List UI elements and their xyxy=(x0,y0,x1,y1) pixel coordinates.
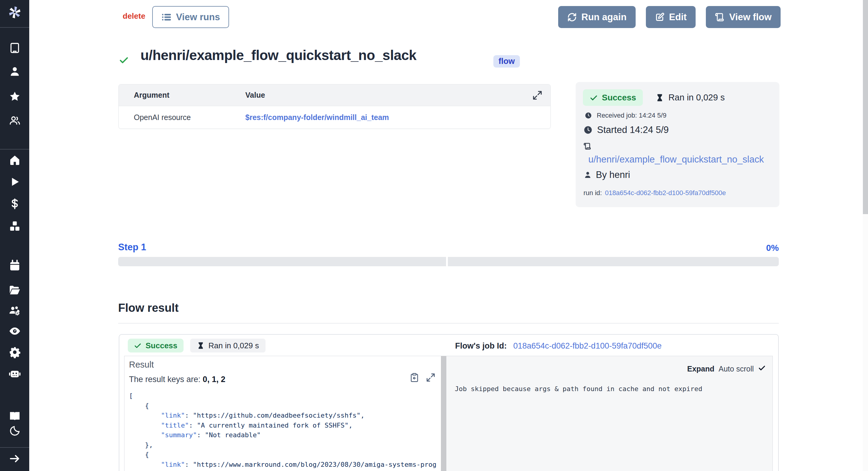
calendar-icon xyxy=(9,260,21,272)
sidebar-item-audit-logs[interactable] xyxy=(0,325,29,337)
result-title: Result xyxy=(129,360,154,370)
flow-job-id-link[interactable]: 018a654c-d062-fbb2-d100-59fa70df500e xyxy=(513,341,661,350)
page-scrollbar[interactable] xyxy=(863,0,868,471)
result-keys-line: The result keys are: 0, 1, 2 xyxy=(129,375,225,384)
eye-icon xyxy=(9,325,21,337)
flow-path-link[interactable]: u/henri/example_flow_quickstart_no_slack xyxy=(588,154,764,165)
windmill-logo-icon[interactable] xyxy=(0,5,29,20)
home-icon xyxy=(9,154,21,166)
expand-result-button[interactable] xyxy=(426,373,435,383)
sidebar-item-docs[interactable] xyxy=(0,410,29,422)
sidebar-item-favorites[interactable] xyxy=(0,90,29,102)
folder-open-icon xyxy=(9,284,21,296)
log-expand-button[interactable]: Expand xyxy=(687,364,714,373)
clock-icon xyxy=(584,125,592,135)
star-icon xyxy=(9,90,21,102)
result-log-split: Result The result keys are: 0, 1, 2 [ { … xyxy=(124,356,773,471)
log-pane: Expand Auto scroll Job skipped because a… xyxy=(446,356,772,471)
sidebar-item-resources[interactable] xyxy=(0,220,29,232)
sidebar-item-theme-toggle[interactable] xyxy=(0,425,29,437)
result-pane-scrollbar[interactable] xyxy=(441,356,446,471)
flow-path-icon-line xyxy=(584,142,591,150)
flow-job-id-label: Flow's job Id: xyxy=(455,341,507,350)
result-keys: 0, 1, 2 xyxy=(203,375,225,384)
argument-value-link[interactable]: $res:f/company-folder/windmill_ai_team xyxy=(245,113,389,122)
sidebar-item-folders[interactable] xyxy=(0,284,29,296)
refresh-icon xyxy=(567,12,577,22)
hourglass-icon xyxy=(655,93,664,102)
dollar-icon xyxy=(9,198,21,210)
edit-icon xyxy=(655,12,664,22)
users-gear-icon xyxy=(9,305,21,317)
progress-bar-segment xyxy=(448,257,779,266)
book-open-icon xyxy=(9,410,21,422)
edit-button[interactable]: Edit xyxy=(646,6,696,28)
autoscroll-label: Auto scroll xyxy=(718,364,754,373)
robot-icon xyxy=(9,367,21,379)
copy-result-button[interactable] xyxy=(410,373,419,383)
column-header-value: Value xyxy=(245,91,265,99)
user-icon xyxy=(584,171,592,179)
view-runs-label: View runs xyxy=(176,12,220,23)
sidebar-item-settings[interactable] xyxy=(0,346,29,358)
page-title: u/henri/example_flow_quickstart_no_slack xyxy=(141,47,416,63)
expand-table-button[interactable] xyxy=(532,90,542,101)
user-icon xyxy=(9,65,21,78)
sidebar-item-user[interactable] xyxy=(0,65,29,78)
arguments-table-header: Argument Value xyxy=(119,84,550,106)
status-badge: Success xyxy=(128,338,184,353)
boxes-icon xyxy=(9,220,21,232)
run-again-button[interactable]: Run again xyxy=(558,6,636,28)
run-id-link[interactable]: 018a654c-d062-fbb2-d100-59fa70df500e xyxy=(605,189,726,197)
view-runs-button[interactable]: View runs xyxy=(152,6,229,28)
table-row: OpenAI resource $res:f/company-folder/wi… xyxy=(119,106,550,128)
sidebar-divider xyxy=(0,27,29,28)
expand-arrows-icon xyxy=(426,373,435,382)
section-divider xyxy=(118,323,779,324)
sidebar-item-groups[interactable] xyxy=(0,115,29,127)
sidebar-item-variables[interactable] xyxy=(0,198,29,210)
run-author-line: By henri xyxy=(584,170,630,180)
sidebar xyxy=(0,0,29,471)
edit-label: Edit xyxy=(669,12,687,23)
top-actions: Run again Edit View flow xyxy=(558,6,781,28)
flow-result-card: Success Ran in 0,029 s Flow's job Id: 01… xyxy=(119,334,779,471)
sidebar-item-workers[interactable] xyxy=(0,305,29,317)
started-line: Started 14:24 5/9 xyxy=(584,124,669,136)
play-icon xyxy=(9,176,21,188)
sidebar-divider xyxy=(0,447,29,448)
flow-job-id-line: Flow's job Id: 018a654c-d062-fbb2-d100-5… xyxy=(455,341,661,351)
scroll-icon xyxy=(584,142,591,150)
run-info-panel: Success Ran in 0,029 s Received job: 14:… xyxy=(576,82,779,207)
step-label[interactable]: Step 1 xyxy=(118,242,146,253)
expand-arrows-icon xyxy=(532,90,542,100)
view-flow-button[interactable]: View flow xyxy=(706,6,781,28)
sidebar-item-runs[interactable] xyxy=(0,176,29,188)
sidebar-item-schedules[interactable] xyxy=(0,260,29,272)
flow-result-heading: Flow result xyxy=(118,301,179,315)
step-percent: 0% xyxy=(764,243,779,253)
scrollbar-thumb[interactable] xyxy=(863,0,868,214)
scroll-icon xyxy=(715,12,724,22)
received-job-line: Received job: 14:24 5/9 xyxy=(585,112,666,119)
users-icon xyxy=(9,115,21,127)
result-json-viewer[interactable]: [ { "link": "https://github.com/deadbeef… xyxy=(129,391,436,471)
sidebar-item-ai[interactable] xyxy=(0,367,29,379)
flow-badge: flow xyxy=(493,55,520,67)
sidebar-item-expand[interactable] xyxy=(0,452,29,465)
clock-icon xyxy=(585,112,592,119)
check-icon xyxy=(590,93,598,102)
kiosk-icon xyxy=(9,42,21,54)
progress-bar-segment xyxy=(118,257,446,266)
result-pane: Result The result keys are: 0, 1, 2 [ { … xyxy=(124,356,441,471)
autoscroll-check-icon[interactable] xyxy=(758,364,766,374)
delete-button[interactable]: delete xyxy=(123,11,145,21)
run-duration: Ran in 0,029 s xyxy=(655,93,725,102)
sidebar-item-workspace[interactable] xyxy=(0,42,29,54)
view-flow-label: View flow xyxy=(729,12,772,23)
log-text: Job skipped because args & path found in… xyxy=(455,385,702,392)
run-duration-badge: Ran in 0,029 s xyxy=(190,338,266,353)
list-icon xyxy=(161,12,172,22)
sidebar-item-home[interactable] xyxy=(0,154,29,166)
argument-name: OpenAI resource xyxy=(119,113,245,122)
